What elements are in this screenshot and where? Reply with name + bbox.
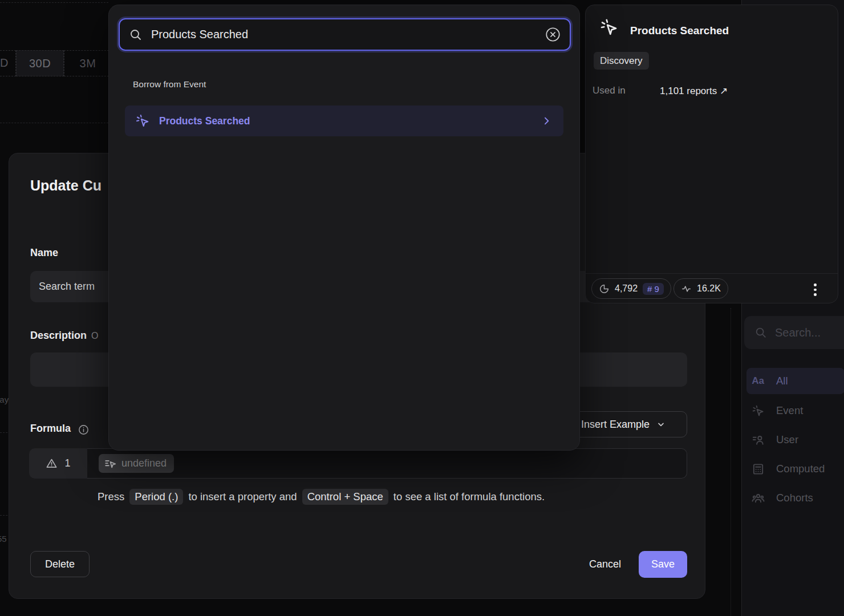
sidebar-item-label: Event [776,404,803,417]
sidebar-item-computed[interactable]: Computed [746,456,844,482]
info-icon[interactable] [78,424,90,436]
event-icon [751,404,765,418]
event-volume-pill[interactable]: 16.2K [673,278,728,299]
formula-help-text: Press Period (.) to insert a property an… [98,489,545,505]
bg-dashed-line [0,2,108,3]
event-volume: 16.2K [697,283,721,294]
event-rank-chip: # 9 [643,283,664,295]
formula-input[interactable]: undefined [87,448,687,479]
app-root: D 30D 3M lay 55 Aa All Event [0,0,844,616]
search-box[interactable] [119,18,571,51]
used-in-reports-link[interactable]: 1,101 reports ↗ [660,85,728,97]
used-in-label: Used in [593,85,626,96]
save-button[interactable]: Save [639,551,687,578]
cohorts-icon [751,492,765,505]
undefined-property-chip[interactable]: undefined [99,454,174,473]
pie-chart-icon [599,283,610,294]
text-type-icon: Aa [751,375,765,387]
custom-event-icon [104,457,117,470]
bg-text-fragment: lay [0,395,9,404]
event-search-overlay: Borrow from Event Products Searched [108,5,580,451]
search-icon [754,326,767,339]
cancel-button[interactable]: Cancel [581,551,630,577]
sidebar-search-box[interactable] [744,316,844,349]
time-range-fragment: D [0,56,8,70]
control-space-key-chip: Control + Space [302,489,388,505]
sidebar-item-user[interactable]: User [746,427,844,453]
undefined-chip-label: undefined [121,457,167,469]
help-text: to insert a property and [188,491,297,503]
description-label: Description [30,330,87,342]
search-icon [129,28,143,42]
more-options-button[interactable] [814,283,817,296]
event-detail-card: Products Searched Discovery Used in 1,10… [585,5,838,303]
sidebar-item-cohorts[interactable]: Cohorts [746,485,844,511]
help-text: Press [98,491,124,503]
sidebar-search-input[interactable] [775,326,838,339]
clear-search-icon[interactable] [545,27,561,42]
formula-bar: 1 undefined [29,448,687,479]
chevron-right-icon [541,115,552,127]
time-range-button-30d[interactable]: 30D [16,50,64,76]
formula-error-badge[interactable]: 1 [29,448,87,479]
event-count: 4,792 [615,283,638,294]
time-range-button-3m[interactable]: 3M [64,50,112,76]
formula-label: Formula [30,423,71,435]
section-header: Borrow from Event [133,79,206,90]
bg-dotted-line [731,308,731,616]
bg-text-fragment: 55 [0,534,7,544]
insert-example-label: Insert Example [581,419,650,431]
sidebar-item-event[interactable]: Event [746,398,844,424]
modal-title: Update Cu [30,177,102,194]
calculator-icon [751,463,765,476]
event-icon [599,18,619,37]
help-text: to see a list of formula functions. [393,491,545,503]
sidebar-item-label: All [776,375,788,387]
user-icon [751,433,765,447]
event-title: Products Searched [630,25,729,37]
name-label: Name [30,247,58,259]
chevron-down-icon [656,420,666,429]
delete-button[interactable]: Delete [30,551,90,577]
sidebar-item-all[interactable]: Aa All [746,368,844,394]
warning-icon [46,457,58,469]
result-label: Products Searched [159,115,531,127]
period-key-chip: Period (.) [129,489,183,505]
event-icon [135,114,150,128]
activity-icon [681,283,692,294]
bg-dashed-line [0,123,108,123]
formula-error-count: 1 [64,457,70,469]
divider [586,273,838,274]
sidebar-item-label: User [776,433,798,446]
sidebar-item-label: Computed [776,463,825,475]
search-result-products-searched[interactable]: Products Searched [125,106,563,136]
category-badge: Discovery [594,52,649,70]
description-optional-fragment: O [91,331,98,341]
search-input[interactable] [151,28,537,41]
event-count-pill[interactable]: 4,792 # 9 [591,278,671,299]
sidebar-item-label: Cohorts [776,492,813,504]
